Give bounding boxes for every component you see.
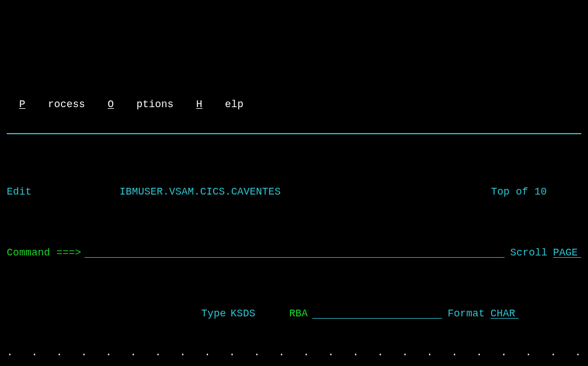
mode-label: Edit — [7, 184, 120, 200]
command-label: Command ===> — [7, 245, 81, 261]
rba-input[interactable] — [312, 306, 442, 319]
dataset-name: IBMUSER.VSAM.CICS.CAVENTES — [120, 184, 281, 200]
menu-help[interactable]: Help — [196, 99, 244, 110]
menu-process[interactable]: PProcessrocess — [19, 99, 85, 110]
type-value: KSDS — [231, 306, 255, 321]
format-value[interactable]: CHAR — [490, 306, 519, 319]
type-row: Type KSDS RBA Format CHAR — [7, 306, 581, 321]
command-row: Command ===> Scroll PAGE — [7, 245, 581, 261]
type-label: Type — [201, 306, 226, 321]
position-indicator: Top of 10 — [491, 184, 581, 200]
scroll-value[interactable]: PAGE — [553, 245, 581, 258]
divider — [7, 133, 581, 134]
menu-options[interactable]: Options — [108, 99, 174, 110]
rba-label: RBA — [289, 306, 308, 321]
status-dots: ........................ — [7, 345, 581, 360]
command-input[interactable] — [85, 245, 505, 258]
scroll-label: Scroll — [510, 245, 547, 261]
header-row-1: Edit IBMUSER.VSAM.CICS.CAVENTES Top of 1… — [7, 184, 581, 200]
format-label: Format — [448, 306, 485, 321]
menu-bar: PProcessrocessOptionsHelp — [7, 82, 581, 112]
